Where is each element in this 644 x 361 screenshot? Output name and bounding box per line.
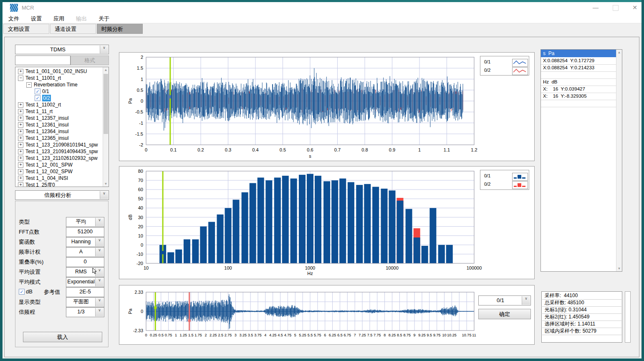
tree-row[interactable]: +Test 1_11002_rt (15, 101, 103, 108)
expand-icon[interactable]: + (18, 102, 23, 108)
time-waveform-chart[interactable]: 21.510.50-0.5-1-1.5-200.10.20.30.40.50.6… (119, 52, 535, 161)
expand-icon[interactable]: + (18, 136, 23, 141)
tree-item-label[interactable]: Test 1_12357_insul (25, 115, 68, 121)
expand-icon[interactable]: + (18, 176, 23, 181)
form-select[interactable]: RMS∨ (66, 267, 104, 277)
tree-row[interactable]: +Test 1_25度0 (15, 182, 103, 187)
tree-row[interactable]: +Test 1_123_211026102932_spw (15, 155, 103, 162)
tree-item-label[interactable]: Test 1_123_210914094435_spw (25, 148, 98, 155)
tree-item-label[interactable]: Test 1_1_004_INSI (25, 175, 68, 182)
collapse-icon[interactable]: − (26, 82, 32, 88)
tab-2[interactable]: 时频分析 (97, 24, 143, 34)
form-select[interactable]: 1/3∨ (66, 307, 104, 317)
tree-item-label[interactable]: Test 1_25度0 (25, 182, 55, 187)
overview-waveform-chart[interactable]: 2.330-2.3300.250.50.7511.251.51.7522.252… (119, 285, 535, 345)
tree-item-label[interactable]: Test 1_123_210908101941_spw (25, 141, 98, 148)
minimize-button[interactable]: — (588, 2, 603, 13)
format-button[interactable]: 格式 (71, 56, 109, 65)
expand-icon[interactable]: + (18, 109, 23, 114)
tree-item-label[interactable]: Test 1_001_001_002_INSU (25, 68, 87, 75)
form-select[interactable]: 平面图∨ (66, 297, 104, 307)
form-input[interactable]: 0 (66, 257, 104, 267)
expand-icon[interactable]: + (18, 182, 23, 187)
expand-icon[interactable]: + (18, 129, 23, 134)
tree-row[interactable]: +Test 1_123_210908101941_spw (15, 141, 103, 148)
tree-row[interactable]: −Test 1_11001_rt (15, 75, 103, 81)
svg-text:7: 7 (354, 333, 356, 337)
channel-select[interactable]: 0/1 ∨ (478, 295, 531, 305)
filter-input[interactable] (15, 56, 71, 65)
tab-0[interactable]: 文档设置 (3, 24, 49, 34)
tree-item-label[interactable]: Test 1_12_002_SPW (25, 168, 73, 175)
tree-row[interactable]: +Test 1_1_004_INSI (15, 175, 103, 182)
tree-row[interactable]: +Test 1_12_001_SPW (15, 162, 103, 168)
tree-item-label[interactable]: Test 1_12365_insul (25, 135, 68, 141)
file-tree[interactable]: +Test 1_001_001_002_INSU−Test 1_11001_rt… (15, 67, 109, 187)
tree-checkbox[interactable]: ✓ (35, 95, 40, 101)
tree-item-label[interactable]: Test 1_12_001_SPW (25, 162, 73, 168)
tree-item-label[interactable]: 0/2 (42, 95, 51, 101)
tree-scrollbar[interactable]: ▲▼ (103, 67, 109, 187)
expand-icon[interactable]: + (18, 69, 23, 74)
tree-row[interactable]: +Test 1_11_rt (15, 108, 103, 115)
db-checkbox[interactable]: ✓ (19, 289, 25, 295)
tree-row[interactable]: +Test 1_12_002_SPW (15, 168, 103, 175)
form-input[interactable]: 51200 (66, 227, 104, 237)
tree-item-label[interactable]: Test 1_11001_rt (25, 75, 61, 81)
expand-icon[interactable]: + (18, 162, 23, 168)
tree-row[interactable]: ✓0/2 (15, 95, 103, 101)
menu-item-0[interactable]: 文件 (3, 14, 25, 23)
tree-item-label[interactable]: Reverberation Time (34, 81, 78, 88)
form-label: 平均设置 (19, 268, 40, 276)
octave-spectrum-chart[interactable]: 80706050403020100-10-2010100100010000100… (119, 166, 535, 279)
scrollbar-thumb[interactable] (104, 74, 108, 134)
scroll-down-icon[interactable]: ▼ (103, 181, 109, 187)
form-select[interactable]: Hanning∨ (66, 237, 104, 247)
menu-item-4[interactable]: 关于 (93, 14, 115, 23)
tree-checkbox[interactable]: ✓ (35, 88, 40, 94)
form-input[interactable]: 2E-5 (66, 287, 104, 297)
analysis-type-select[interactable]: 倍频程分析 ∨ (15, 190, 109, 200)
form-select[interactable]: A∨ (66, 247, 104, 257)
expand-icon[interactable]: + (18, 156, 23, 161)
expand-icon[interactable]: + (18, 142, 23, 148)
confirm-button[interactable]: 确定 (478, 309, 531, 319)
maximize-button[interactable] (609, 2, 623, 13)
menu-item-3[interactable]: 输出 (70, 14, 93, 23)
tree-item-label[interactable]: Test 1_11002_rt (25, 101, 61, 108)
tree-row[interactable]: +Test 1_12364_insul (15, 128, 103, 135)
form-select[interactable]: Exponential∨ (66, 277, 104, 287)
menu-item-1[interactable]: 设置 (25, 14, 48, 23)
tree-item-label[interactable]: Test 1_12361_insul (25, 121, 68, 128)
menu-item-2[interactable]: 应用 (48, 14, 70, 23)
expand-icon[interactable]: + (18, 116, 23, 121)
scroll-up-icon[interactable]: ▲ (616, 50, 622, 55)
collapse-icon[interactable]: − (18, 76, 23, 81)
svg-text:10: 10 (442, 333, 447, 337)
expand-icon[interactable]: + (18, 122, 23, 128)
tree-row[interactable]: +Test 1_12357_insul (15, 115, 103, 121)
scroll-down-icon[interactable]: ▼ (616, 266, 622, 271)
tree-item-label[interactable]: 0/1 (42, 88, 49, 95)
file-format-select[interactable]: TDMS ∨ (15, 45, 109, 54)
tree-row[interactable]: ✓0/1 (15, 88, 103, 95)
expand-icon[interactable]: + (18, 149, 23, 154)
tab-1[interactable]: 通道设置 (50, 24, 96, 34)
info-row: 光标1(绿): 0.31044 (542, 306, 621, 314)
tree-item-label[interactable]: Test 1_11_rt (25, 108, 53, 115)
tree-row[interactable]: −Reverberation Time (15, 81, 103, 88)
svg-text:10000: 10000 (386, 265, 399, 270)
readout-scrollbar[interactable]: ▲ ▼ (616, 50, 622, 271)
tree-row[interactable]: +Test 1_12361_insul (15, 121, 103, 128)
close-button[interactable]: ✕ (628, 2, 642, 13)
tree-row[interactable]: +Test 1_12365_insul (15, 135, 103, 141)
load-button[interactable]: 载入 (23, 332, 102, 342)
svg-text:0: 0 (145, 333, 147, 337)
tree-row[interactable]: +Test 1_123_210914094435_spw (15, 148, 103, 155)
form-select[interactable]: 平均∨ (66, 217, 104, 227)
scroll-up-icon[interactable]: ▲ (103, 67, 109, 73)
tree-row[interactable]: +Test 1_001_001_002_INSU (15, 68, 103, 75)
expand-icon[interactable]: + (18, 169, 23, 174)
tree-item-label[interactable]: Test 1_12364_insul (25, 128, 68, 135)
tree-item-label[interactable]: Test 1_123_211026102932_spw (25, 155, 98, 162)
